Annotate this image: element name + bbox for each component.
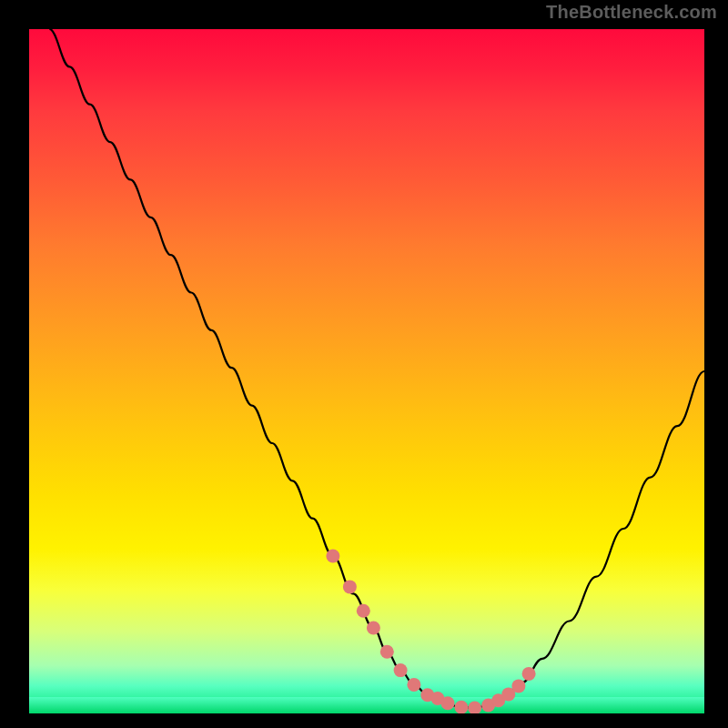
sweet-spot-dot (522, 667, 536, 681)
chart-area (29, 29, 704, 713)
sweet-spot-dot (343, 580, 357, 593)
sweet-spot-dot (468, 702, 481, 714)
sweet-spot-dot (511, 679, 525, 693)
sweet-spot-dot (380, 645, 394, 659)
sweet-spot-dot (367, 622, 380, 635)
sweet-spot-dots (29, 29, 704, 713)
watermark-text: TheBottleneck.com (546, 2, 717, 23)
sweet-spot-dot (357, 604, 370, 618)
sweet-spot-dot (441, 696, 455, 710)
sweet-spot-dot (326, 550, 339, 563)
sweet-spot-dot (407, 678, 420, 692)
sweet-spot-dot (394, 663, 408, 677)
sweet-spot-dot (454, 701, 468, 713)
